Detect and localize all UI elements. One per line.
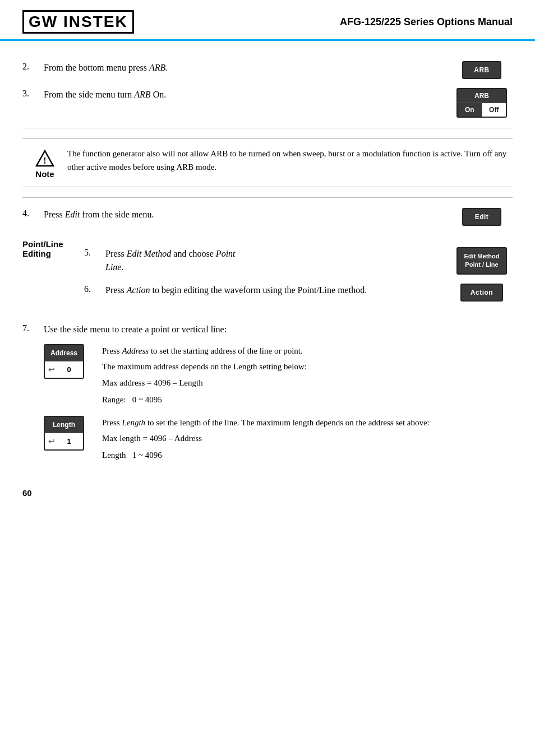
step-6: 6. Press Action to begin editing the wav… [84, 284, 513, 302]
note-icon-area: ! Note [22, 147, 67, 179]
step-7: 7. Use the side menu to create a point o… [22, 323, 513, 472]
address-row: Address ↩ 0 Press Address to set the sta… [44, 344, 513, 410]
address-btn-val: 0 [58, 364, 80, 375]
step-5-content: 5. Press Edit Method and choose PointLin… [84, 238, 513, 310]
step-2: 2. From the bottom menu press ARB. ARB [22, 61, 513, 79]
step-6-btn-area: Action [451, 284, 513, 302]
point-line-label: Point/Line Editing [22, 238, 84, 258]
edit-method-line1: Edit Method [463, 252, 500, 261]
arb-on-label: ARB [456, 88, 507, 103]
length-return-icon: ↩ [48, 435, 55, 447]
step-5-row: Point/Line Editing 5. Press Edit Method … [22, 238, 513, 310]
svg-text:!: ! [43, 156, 46, 165]
address-text: Press Address to set the starting addres… [102, 344, 513, 410]
arb-on-off[interactable]: Off [482, 103, 506, 117]
page-content: 2. From the bottom menu press ARB. ARB 3… [0, 41, 535, 520]
address-btn-area: Address ↩ 0 [44, 344, 94, 379]
arb-on-on[interactable]: On [458, 103, 482, 117]
length-range: Length 1 ~ 4096 [102, 448, 513, 463]
arb-on-row: On Off [456, 103, 507, 118]
step-6-number: 6. [84, 284, 105, 294]
arb-on-button[interactable]: ARB On Off [456, 88, 507, 118]
address-btn-bottom: ↩ 0 [45, 361, 83, 378]
step-5-text: Press Edit Method and choose PointLine. [105, 247, 441, 274]
edit-method-button[interactable]: Edit Method Point / Line [456, 247, 507, 275]
step-4-btn-area: Edit [451, 208, 513, 226]
step-4-number: 4. [22, 208, 44, 219]
divider-1 [22, 128, 513, 128]
address-btn-top: Address [45, 345, 83, 361]
address-sub1: The maximum address depends on the Lengt… [102, 360, 513, 374]
step-7-text: Use the side menu to create a point or v… [44, 323, 513, 472]
page-header: GW INSTEK AFG-125/225 Series Options Man… [0, 0, 535, 41]
length-row: Length ↩ 1 Press Length to set the lengt… [44, 416, 513, 465]
length-sub1: Max length = 4096 – Address [102, 432, 513, 446]
note-text: The function generator also will not all… [67, 147, 513, 174]
length-btn-val: 1 [58, 436, 80, 447]
step-7-intro: Use the side menu to create a point or v… [44, 324, 227, 334]
address-return-icon: ↩ [48, 364, 55, 375]
step-4: 4. Press Edit from the side menu. Edit [22, 208, 513, 226]
warning-icon: ! [35, 149, 54, 168]
action-button[interactable]: Action [460, 284, 503, 302]
step-5-number: 5. [84, 247, 105, 258]
step-2-number: 2. [22, 61, 44, 72]
step-3-btn-area: ARB On Off [451, 88, 513, 118]
note-box: ! Note The function generator also will … [22, 138, 513, 187]
length-text: Press Length to set the length of the li… [102, 416, 513, 465]
arb-button[interactable]: ARB [462, 61, 501, 79]
note-label: Note [35, 169, 54, 179]
length-button[interactable]: Length ↩ 1 [44, 416, 84, 451]
step-3-text: From the side menu turn ARB On. [44, 88, 441, 101]
step-4-text: Press Edit from the side menu. [44, 208, 441, 221]
step-3: 3. From the side menu turn ARB On. ARB O… [22, 88, 513, 118]
step-5: 5. Press Edit Method and choose PointLin… [84, 247, 513, 275]
step-6-text: Press Action to begin editing the wavefo… [105, 284, 441, 297]
warning-triangle-icon: ! [35, 149, 54, 168]
edit-button[interactable]: Edit [462, 208, 501, 226]
edit-method-line2: Point / Line [463, 261, 500, 269]
length-btn-area: Length ↩ 1 [44, 416, 94, 451]
manual-title: AFG-125/225 Series Options Manual [340, 16, 513, 28]
step-3-number: 3. [22, 88, 44, 99]
step-2-btn-area: ARB [451, 61, 513, 79]
step-2-text: From the bottom menu press ARB. [44, 61, 441, 75]
step-5-btn-area: Edit Method Point / Line [451, 247, 513, 275]
address-range: Range: 0 ~ 4095 [102, 393, 513, 407]
length-btn-top: Length [45, 417, 83, 433]
logo-text: GW INSTEK [29, 13, 128, 30]
page-number: 60 [22, 488, 513, 498]
length-btn-bottom: ↩ 1 [45, 433, 83, 449]
logo: GW INSTEK [22, 10, 134, 34]
divider-2 [22, 197, 513, 198]
step-7-number: 7. [22, 323, 44, 333]
address-sub2: Max address = 4096 – Length [102, 376, 513, 391]
address-button[interactable]: Address ↩ 0 [44, 344, 84, 379]
